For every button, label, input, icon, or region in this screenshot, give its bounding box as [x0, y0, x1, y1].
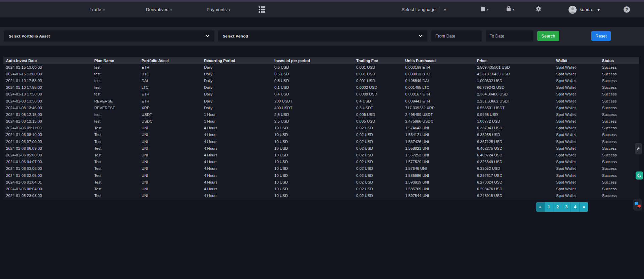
table-cell: Test	[92, 180, 139, 184]
table-cell: Success	[599, 113, 639, 117]
table-cell: Test	[92, 160, 139, 164]
pagination-next-button[interactable]: »	[579, 202, 588, 212]
nav-item-label: Payments	[207, 7, 227, 12]
pagination-prev-button[interactable]: «	[536, 202, 544, 212]
pagination-page-3[interactable]: 3	[562, 202, 571, 212]
table-cell: 0.02 USD	[354, 146, 402, 150]
help-icon[interactable]: ?	[624, 6, 630, 13]
chevron-down-icon	[206, 33, 209, 37]
table-cell: 4 Hours	[201, 146, 272, 150]
table-cell: 2024-01-06 06:09:00	[3, 146, 92, 150]
table-row: 2024-01-06 01:04:01TestUNI4 Hours10 USD0…	[3, 179, 639, 186]
orders-menu[interactable]: ▾	[480, 2, 489, 17]
table-cell: 1.597844 UNI	[402, 194, 474, 198]
table-row: 2024-01-06 08:10:00TestUNI4 Hours10 USD0…	[3, 132, 639, 138]
assets-menu[interactable]: ▾	[506, 2, 514, 17]
table-cell: 1.000302 USD	[474, 79, 553, 83]
table-cell: test	[92, 92, 139, 96]
table-cell: 1.57649 UNI	[402, 166, 474, 170]
table-cell: 2.5 USD	[272, 113, 354, 117]
table-cell: 2,384.39408 USD	[474, 92, 553, 96]
table-cell: 2024-01-06 00:04:00	[3, 187, 92, 191]
table-cell: UNI	[139, 187, 201, 191]
table-cell: 0.02 USD	[354, 166, 402, 170]
pagination-page-2[interactable]: 2	[553, 202, 562, 212]
table-cell: USDC	[139, 119, 201, 123]
share-arrow-icon[interactable]	[635, 143, 642, 154]
table-cell: 2.5 USD	[272, 119, 354, 123]
apps-grid-icon[interactable]	[259, 6, 265, 13]
chevron-down-icon: ▾	[103, 8, 105, 12]
table-cell: 0.9998 USD	[474, 113, 553, 117]
nav-item-derivatives[interactable]: Derivatives ▾	[146, 2, 172, 17]
table-cell: 2024-01-06 05:08:00	[3, 153, 92, 157]
table-cell: test	[92, 119, 139, 123]
table-cell: Spot Wallet	[553, 126, 599, 130]
table-cell: 0.02 USD	[354, 194, 402, 198]
table-cell: 0.005 USD	[354, 113, 402, 117]
nav-item-trade[interactable]: Trade ▾	[90, 2, 105, 17]
table-cell: REVERESE	[92, 106, 139, 110]
portfolio-asset-select[interactable]: Select Portfolio Asset	[4, 30, 214, 42]
table-cell: UNI	[139, 153, 201, 157]
table-cell: 2024-01-08 12:15:00	[3, 119, 92, 123]
language-selector[interactable]: Select Language ▼	[401, 2, 447, 17]
table-cell: 2024-01-10 17:58:00	[3, 85, 92, 89]
table-cell: Success	[599, 133, 639, 137]
nav-item-label: Derivatives	[146, 7, 168, 12]
period-select[interactable]: Select Period	[218, 30, 427, 42]
reset-button[interactable]: Reset	[591, 31, 611, 41]
table-cell: 42,613.16439 USD	[474, 72, 553, 76]
pagination-page-1[interactable]: 1	[544, 202, 553, 212]
pagination-pages: 1234	[544, 202, 579, 212]
table-cell: 0.000167 ETH	[402, 92, 474, 96]
table-cell: 0.0002 USD	[354, 85, 402, 89]
user-menu[interactable]: kunda.. ▾	[569, 2, 600, 17]
table-cell: 0.000199 ETH	[402, 65, 474, 69]
avatar	[569, 6, 577, 14]
from-date-input[interactable]	[431, 30, 482, 42]
column-header: Auto-Invest Date	[3, 59, 92, 63]
table-cell: 0.02 USD	[354, 160, 402, 164]
chevron-down-icon: ▾	[513, 8, 514, 11]
table-cell: 0.02 USD	[354, 140, 402, 144]
table-cell: 2024-01-06 02:05:00	[3, 173, 92, 178]
table-cell: 10 USD	[272, 146, 354, 150]
column-header: Wallet	[553, 59, 599, 63]
table-cell: 10 USD	[272, 140, 354, 144]
table-cell: 6.33052 USD	[474, 166, 553, 170]
table-cell: 10 USD	[272, 153, 354, 157]
table-cell: Spot Wallet	[553, 79, 599, 83]
table-cell: 2024-01-06 08:10:00	[3, 133, 92, 137]
pagination-page-4[interactable]: 4	[571, 202, 579, 212]
table-cell: Success	[599, 106, 639, 110]
to-date-input[interactable]	[486, 30, 533, 42]
table-cell: 2024-01-15 13:00:00	[3, 65, 92, 69]
search-button[interactable]: Search	[537, 31, 559, 41]
table-cell: Test	[92, 173, 139, 178]
nav-item-payments[interactable]: Payments ▾	[207, 2, 230, 17]
table-cell: Test	[92, 140, 139, 144]
table-cell: 10 USD	[272, 126, 354, 130]
settings-button[interactable]	[536, 2, 541, 17]
table-cell: 6.245915 USD	[474, 194, 553, 198]
table-cell: Success	[599, 126, 639, 130]
table-cell: test	[92, 72, 139, 76]
messenger-icon[interactable]	[636, 171, 643, 180]
table-cell: Daily	[201, 85, 272, 89]
table-cell: Success	[599, 119, 639, 123]
table-cell: UNI	[139, 180, 201, 184]
table-cell: 2024-01-10 17:58:00	[3, 79, 92, 83]
table-cell: Success	[599, 187, 639, 191]
table-cell: 0.000012 BTC	[402, 72, 474, 76]
chat-widget-icon[interactable]	[633, 199, 642, 211]
table-cell: 0.1 USD	[272, 85, 354, 89]
table-row: 2024-01-08 12:15:00testUSDT1 Hour2.5 USD…	[3, 111, 639, 118]
table-cell: Success	[599, 173, 639, 178]
table-cell: 10 USD	[272, 194, 354, 198]
period-select-value: Select Period	[223, 34, 248, 38]
table-cell: Success	[599, 180, 639, 184]
table-row: 2024-01-10 17:58:00testETHDaily0.4 USD0.…	[3, 91, 639, 98]
table-cell: 6.292617 USD	[474, 173, 553, 178]
table-cell: Success	[599, 160, 639, 164]
